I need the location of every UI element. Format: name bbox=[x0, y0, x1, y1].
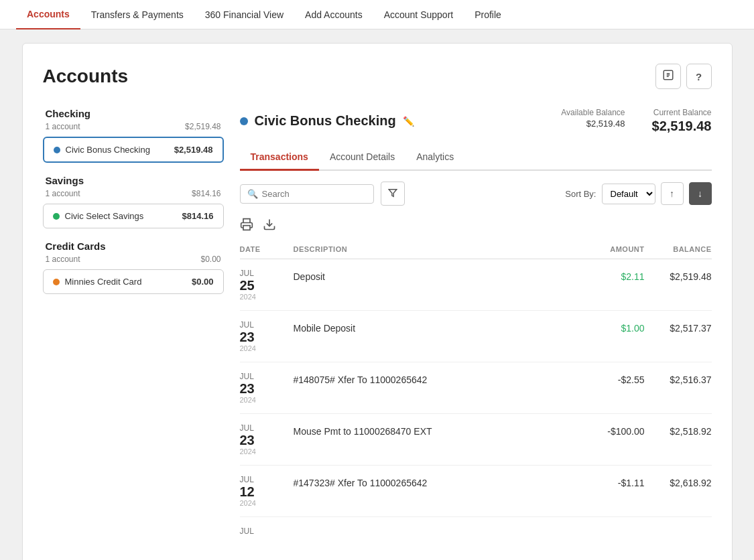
date-day: 23 bbox=[240, 330, 255, 344]
action-icons bbox=[240, 214, 712, 242]
credit-account-balance: $0.00 bbox=[192, 277, 214, 287]
table-row[interactable]: JUL 12 2024 #147323# Xfer To 11000265642… bbox=[240, 466, 712, 517]
toolbar: 🔍 Sort By: Default ↑ bbox=[240, 182, 712, 206]
table-row[interactable]: JUL 23 2024 Mobile Deposit $1.00 $2,517.… bbox=[240, 311, 712, 362]
table-row[interactable]: JUL 23 2024 #148075# Xfer To 11000265642… bbox=[240, 362, 712, 414]
export-button[interactable] bbox=[655, 64, 681, 89]
date-col: JUL 25 2024 bbox=[240, 269, 294, 301]
date-col: JUL 23 2024 bbox=[240, 423, 294, 456]
savings-count: 1 account bbox=[46, 189, 80, 198]
content-layout: Checking 1 account $2,519.48 Civic Bonus… bbox=[43, 108, 712, 545]
navigation: Accounts Transfers & Payments 360 Financ… bbox=[0, 0, 754, 29]
selected-account-name: Civic Bonus Checking bbox=[255, 113, 396, 129]
credit-group-name: Credit Cards bbox=[46, 240, 106, 252]
credit-account-name: Minnies Credit Card bbox=[65, 277, 142, 287]
th-date: DATE bbox=[240, 245, 294, 253]
amount-col bbox=[578, 527, 645, 529]
date-month: JUL bbox=[240, 475, 254, 484]
nav-accounts[interactable]: Accounts bbox=[16, 0, 80, 29]
print-icon[interactable] bbox=[240, 218, 253, 234]
download-icon[interactable] bbox=[263, 218, 276, 234]
sidebar: Checking 1 account $2,519.48 Civic Bonus… bbox=[43, 108, 224, 545]
nav-transfers[interactable]: Transfers & Payments bbox=[80, 0, 194, 29]
savings-account-name: Civic Select Savings bbox=[65, 211, 144, 221]
page-container: Accounts ? Checking bbox=[22, 43, 733, 560]
date-month: JUL bbox=[240, 527, 254, 536]
checking-group-meta: 1 account $2,519.48 bbox=[43, 122, 224, 131]
table-row[interactable]: JUL 23 2024 Mouse Pmt to 11000268470 EXT… bbox=[240, 414, 712, 466]
nav-account-support[interactable]: Account Support bbox=[373, 0, 464, 29]
main-panel: Civic Bonus Checking ✏️ Available Balanc… bbox=[240, 108, 712, 545]
date-day: 23 bbox=[240, 381, 255, 396]
th-balance: BALANCE bbox=[645, 245, 712, 253]
credit-group-meta: 1 account $0.00 bbox=[43, 255, 224, 264]
balance-col: $2,518.92 bbox=[645, 423, 712, 437]
date-year: 2024 bbox=[240, 293, 256, 301]
amount-col: -$1.11 bbox=[578, 475, 645, 488]
date-col: JUL 12 2024 bbox=[240, 475, 294, 507]
date-day: 25 bbox=[240, 278, 255, 293]
filter-button[interactable] bbox=[381, 182, 405, 206]
header-icons: ? bbox=[655, 64, 712, 89]
date-year: 2024 bbox=[240, 447, 256, 456]
svg-marker-1 bbox=[389, 189, 397, 196]
th-amount: AMOUNT bbox=[578, 245, 645, 253]
checking-account-balance: $2,519.48 bbox=[174, 145, 213, 155]
nav-360-view[interactable]: 360 Financial View bbox=[194, 0, 294, 29]
account-card-civic-bonus-checking[interactable]: Civic Bonus Checking $2,519.48 bbox=[43, 137, 224, 163]
table-row[interactable]: JUL 25 2024 Deposit $2.11 $2,519.48 bbox=[240, 259, 712, 311]
nav-profile[interactable]: Profile bbox=[464, 0, 512, 29]
date-month: JUL bbox=[240, 372, 254, 381]
help-button[interactable]: ? bbox=[686, 64, 712, 89]
search-wrapper: 🔍 bbox=[240, 184, 374, 204]
balance-col bbox=[645, 527, 712, 529]
balance-col: $2,618.92 bbox=[645, 475, 712, 488]
sort-desc-button[interactable]: ↓ bbox=[689, 182, 712, 205]
nav-add-accounts[interactable]: Add Accounts bbox=[294, 0, 373, 29]
desc-col: Deposit bbox=[294, 269, 578, 282]
savings-dot bbox=[53, 213, 60, 220]
date-year: 2024 bbox=[240, 396, 256, 404]
savings-account-balance: $814.16 bbox=[182, 211, 214, 221]
date-col: JUL bbox=[240, 527, 294, 536]
checking-dot bbox=[54, 147, 60, 153]
desc-col: Mouse Pmt to 11000268470 EXT bbox=[294, 423, 578, 437]
sort-asc-icon: ↑ bbox=[670, 188, 674, 199]
date-year: 2024 bbox=[240, 499, 256, 507]
checking-group-header: Checking bbox=[43, 108, 224, 119]
tab-transactions[interactable]: Transactions bbox=[240, 145, 319, 171]
sort-asc-button[interactable]: ↑ bbox=[661, 182, 684, 205]
available-balance-label: Available Balance bbox=[561, 108, 625, 117]
search-input[interactable] bbox=[262, 189, 367, 199]
date-month: JUL bbox=[240, 320, 254, 330]
checking-count: 1 account bbox=[46, 122, 80, 131]
date-month: JUL bbox=[240, 269, 254, 278]
filter-icon bbox=[388, 188, 397, 200]
account-card-civic-select-savings[interactable]: Civic Select Savings $814.16 bbox=[43, 204, 224, 228]
amount-col: -$100.00 bbox=[578, 423, 645, 437]
checking-group-name: Checking bbox=[46, 108, 91, 119]
current-balance-label: Current Balance bbox=[652, 108, 712, 117]
desc-col: Mobile Deposit bbox=[294, 320, 578, 334]
credit-total: $0.00 bbox=[200, 255, 221, 264]
current-balance-group: Current Balance $2,519.48 bbox=[652, 108, 712, 134]
tab-account-details[interactable]: Account Details bbox=[319, 145, 405, 171]
current-balance-amount: $2,519.48 bbox=[652, 119, 712, 134]
balance-col: $2,516.37 bbox=[645, 372, 712, 385]
page-title: Accounts bbox=[43, 66, 129, 87]
table-row[interactable]: JUL bbox=[240, 517, 712, 545]
desc-col: #147323# Xfer To 11000265642 bbox=[294, 475, 578, 488]
balance-col: $2,519.48 bbox=[645, 269, 712, 282]
checking-account-name: Civic Bonus Checking bbox=[66, 145, 150, 155]
savings-total: $814.16 bbox=[192, 189, 221, 198]
amount-col: $1.00 bbox=[578, 320, 645, 334]
sort-select[interactable]: Default bbox=[602, 184, 655, 204]
desc-col: #148075# Xfer To 11000265642 bbox=[294, 372, 578, 385]
account-card-minnies[interactable]: Minnies Credit Card $0.00 bbox=[43, 269, 224, 294]
date-col: JUL 23 2024 bbox=[240, 320, 294, 352]
account-group-savings: Savings 1 account $814.16 Civic Select S… bbox=[43, 175, 224, 228]
date-day: 12 bbox=[240, 484, 255, 499]
tab-analytics[interactable]: Analytics bbox=[405, 145, 464, 171]
savings-group-header: Savings bbox=[43, 175, 224, 186]
edit-account-icon[interactable]: ✏️ bbox=[403, 116, 414, 127]
